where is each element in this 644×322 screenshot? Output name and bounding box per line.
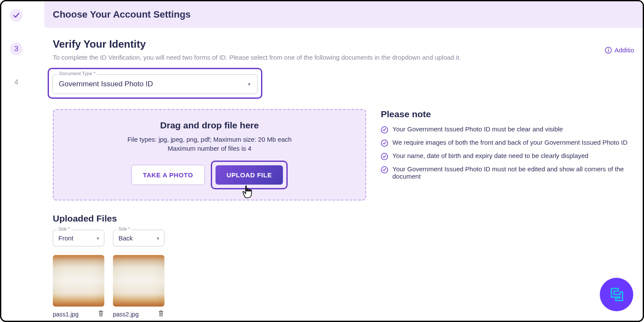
completed-step-banner: Choose Your Account Settings [44,1,643,28]
additional-link-label: Additio [614,46,634,54]
check-icon [13,12,20,19]
note-text: Your Government Issued Photo ID must be … [392,125,563,133]
note-text: Your Government Issued Photo ID must not… [392,165,630,180]
info-icon [605,47,612,54]
notes-panel: Please note Your Government Issued Photo… [377,109,634,200]
svg-point-1 [608,49,609,49]
dropzone-filetypes: File types: jpg, jpeg, png, pdf; Maximum… [64,136,355,143]
trash-icon [158,310,164,317]
step-3: 3 [10,43,23,55]
note-item: Your Government Issued Photo ID must be … [381,125,630,134]
svg-rect-2 [608,50,609,52]
stepper: 3 4 [1,1,31,321]
banner-title: Choose Your Account Settings [53,9,634,20]
document-type-label: Document Type * [58,71,97,76]
document-type-highlight: Document Type * Government Issued Photo … [48,68,262,99]
step-4: 4 [10,76,23,89]
file-name: pass2.jpg [113,311,139,318]
check-circle-icon [381,126,388,134]
side-label: Side * [57,227,71,231]
step-done-check [10,9,23,22]
dropzone-title: Drag and drop file here [64,120,355,131]
help-fab[interactable] [600,278,633,311]
uploaded-title: Uploaded Files [53,213,634,224]
take-photo-button[interactable]: TAKE A PHOTO [131,165,205,185]
trash-icon [97,310,104,317]
cursor-pointer-icon [240,184,255,200]
file-thumbnail[interactable] [53,255,104,307]
additional-link[interactable]: Additio [605,46,634,54]
note-text: We require images of both the front and … [392,139,628,146]
upload-file-button[interactable]: UPLOAD FILE [216,165,283,185]
document-type-select[interactable]: Government Issued Photo ID [52,74,258,94]
delete-file-button[interactable] [97,310,104,318]
side-select-back[interactable]: Back [113,230,164,246]
check-circle-icon [381,166,388,173]
note-item: Your name, date of birth and expiry date… [381,152,630,160]
file-thumbnail[interactable] [113,255,164,307]
check-circle-icon [381,140,388,147]
check-circle-icon [381,153,388,160]
notes-title: Please note [381,109,630,119]
file-dropzone[interactable]: Drag and drop file here File types: jpg,… [53,109,366,200]
side-select-front[interactable]: Front [53,230,104,246]
note-item: Your Government Issued Photo ID must not… [381,165,630,180]
file-name: pass1.jpg [53,311,79,318]
upload-button-highlight: UPLOAD FILE [211,161,288,189]
logo-icon [606,284,627,305]
note-text: Your name, date of birth and expiry date… [392,152,588,159]
section-title: Verify Your Identity [53,38,634,50]
side-label: Side * [117,227,131,231]
delete-file-button[interactable] [158,310,164,318]
section-subtitle: To complete the ID Verification, you wil… [53,54,634,61]
dropzone-limit: Maximum number of files is 4 [64,145,355,152]
note-item: We require images of both the front and … [381,139,630,147]
